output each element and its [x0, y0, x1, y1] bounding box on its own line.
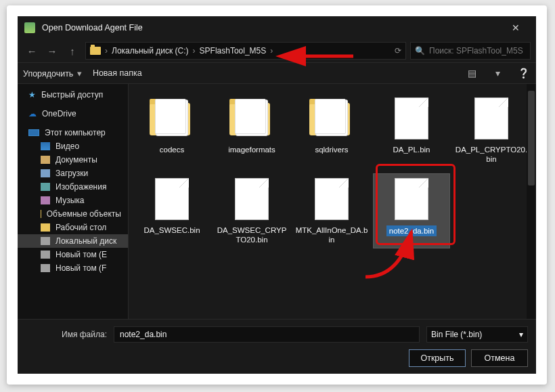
nav-back-icon[interactable]: ←	[23, 42, 41, 60]
newfolder-button[interactable]: Новая папка	[93, 68, 142, 78]
sidebar-item-localdisk[interactable]: Локальный диск	[18, 234, 128, 248]
folder-icon	[147, 96, 197, 141]
file-icon	[395, 97, 428, 139]
file-item[interactable]: note2_da.bin	[374, 174, 449, 248]
item-label: sqldrivers	[315, 145, 348, 154]
organize-button[interactable]: Упорядочить ▾	[23, 68, 82, 79]
file-item[interactable]: MTK_AllInOne_DA.bin	[294, 174, 370, 248]
folder-icon	[41, 210, 41, 218]
item-label: MTK_AllInOne_DA.bin	[295, 225, 368, 245]
folder-item[interactable]: codecs	[134, 93, 210, 167]
item-label: imageformats	[228, 145, 275, 154]
nav-up-icon[interactable]: ↑	[64, 42, 81, 60]
drive-icon	[41, 264, 50, 272]
folder-icon	[307, 96, 357, 141]
refresh-icon[interactable]: ⟳	[395, 46, 401, 56]
drive-icon	[41, 251, 50, 259]
desktop-icon	[41, 223, 50, 232]
address-row: ← → ↑ › Локальный диск (C:) › SPFlashToo…	[18, 39, 536, 62]
pc-icon	[28, 129, 39, 136]
file-icon	[235, 178, 269, 220]
folder-item[interactable]: sqldrivers	[294, 93, 370, 167]
music-icon	[41, 196, 50, 204]
folder-icon	[227, 96, 277, 141]
window-title: Open Download Agent File	[42, 23, 502, 32]
app-icon	[24, 22, 35, 33]
titlebar: Open Download Agent File ✕	[18, 16, 536, 39]
breadcrumb[interactable]: › Локальный диск (C:) › SPFlashTool_M5S …	[85, 42, 406, 60]
item-label: DA_SWSEC.bin	[143, 225, 200, 235]
filename-label: Имя файла:	[26, 330, 107, 339]
file-open-dialog: Open Download Agent File ✕ ← → ↑ › Локал…	[18, 16, 536, 374]
chevron-down-icon: ▾	[74, 69, 81, 79]
item-label: DA_SWSEC_CRYPTO20.bin	[215, 225, 288, 245]
file-item[interactable]: DA_PL.bin	[374, 93, 449, 167]
downloads-icon	[41, 169, 50, 177]
toolbar: Упорядочить ▾ Новая папка ▤ ▾ ❔	[18, 62, 536, 84]
breadcrumb-drive[interactable]: Локальный диск (C:)	[112, 46, 189, 56]
file-item[interactable]: DA_SWSEC.bin	[134, 174, 210, 248]
search-input[interactable]: 🔍 Поиск: SPFlashTool_M5S	[410, 42, 531, 60]
filename-input[interactable]	[114, 326, 420, 343]
close-button[interactable]: ✕	[502, 16, 529, 39]
view-icon[interactable]: ▤	[464, 66, 479, 81]
sidebar-item-onedrive[interactable]: ☁OneDrive	[18, 107, 128, 121]
file-icon	[315, 178, 349, 220]
file-pane[interactable]: codecsimageformatssqldriversDA_PL.binDA_…	[129, 84, 536, 319]
scrollbar-thumb[interactable]	[528, 91, 535, 186]
sidebar-item-video[interactable]: Видео	[18, 139, 128, 153]
breadcrumb-folder[interactable]: SPFlashTool_M5S	[200, 46, 267, 56]
drive-icon	[41, 237, 50, 245]
file-item[interactable]: DA_PL_CRYPTO20.bin	[453, 93, 529, 167]
sidebar-item-desktop[interactable]: Рабочий стол	[18, 221, 128, 234]
chevron-right-icon: ›	[105, 46, 108, 56]
sidebar-item-pictures[interactable]: Изображения	[18, 180, 128, 194]
sidebar-item-downloads[interactable]: Загрузки	[18, 167, 128, 180]
item-label: DA_PL_CRYPTO20.bin	[455, 145, 528, 165]
sidebar-item-thispc[interactable]: Этот компьютер	[18, 126, 128, 139]
open-button[interactable]: Открыть	[409, 349, 466, 367]
file-icon	[395, 178, 428, 220]
view-dropdown-icon[interactable]: ▾	[490, 66, 505, 81]
folder-icon	[90, 47, 101, 55]
pictures-icon	[41, 183, 50, 191]
search-icon: 🔍	[415, 46, 425, 56]
scrollbar[interactable]	[527, 84, 536, 319]
help-icon[interactable]: ❔	[516, 66, 531, 81]
chevron-down-icon: ▾	[519, 330, 523, 339]
cancel-button[interactable]: Отмена	[471, 349, 528, 367]
filetype-select[interactable]: Bin File (*.bin) ▾	[426, 326, 528, 343]
file-icon	[474, 97, 508, 139]
video-icon	[41, 142, 50, 150]
filetype-label: Bin File (*.bin)	[431, 330, 482, 339]
file-icon	[155, 178, 189, 220]
star-icon: ★	[28, 90, 36, 100]
footer: Имя файла: Bin File (*.bin) ▾ Открыть От…	[18, 319, 536, 374]
item-label: DA_PL.bin	[393, 145, 430, 154]
documents-icon	[41, 156, 50, 164]
sidebar-item-3dobjects[interactable]: Объемные объекты	[18, 207, 128, 221]
chevron-right-icon: ›	[193, 46, 196, 56]
sidebar: ★Быстрый доступ ☁OneDrive Этот компьютер…	[18, 84, 129, 319]
folder-item[interactable]: imageformats	[214, 93, 290, 167]
sidebar-item-volume-e[interactable]: Новый том (E	[18, 248, 128, 261]
item-label: note2_da.bin	[386, 225, 437, 236]
nav-forward-icon[interactable]: →	[43, 42, 61, 60]
sidebar-item-music[interactable]: Музыка	[18, 194, 128, 207]
item-label: codecs	[160, 145, 184, 154]
cloud-icon: ☁	[28, 109, 37, 118]
search-placeholder: Поиск: SPFlashTool_M5S	[429, 46, 523, 56]
sidebar-item-volume-f[interactable]: Новый том (F	[18, 261, 128, 275]
sidebar-item-quick[interactable]: ★Быстрый доступ	[18, 88, 128, 102]
sidebar-item-documents[interactable]: Документы	[18, 153, 128, 167]
file-item[interactable]: DA_SWSEC_CRYPTO20.bin	[214, 174, 290, 248]
chevron-right-icon: ›	[270, 46, 273, 56]
